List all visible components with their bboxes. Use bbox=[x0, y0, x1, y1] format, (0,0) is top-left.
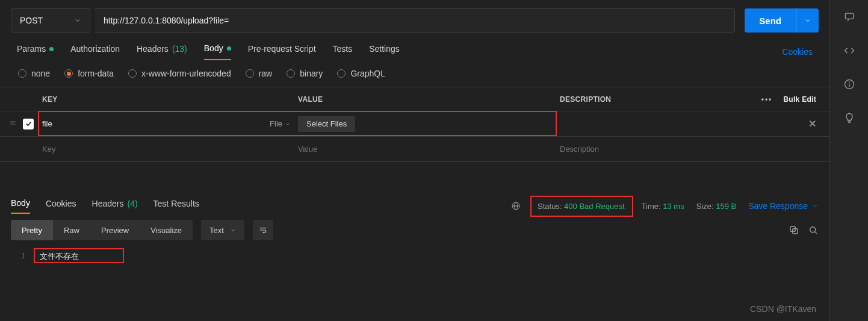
key-input-empty[interactable] bbox=[42, 145, 298, 154]
time-label: Time: bbox=[642, 202, 661, 211]
response-text: 文件不存在 bbox=[35, 251, 84, 261]
comments-icon[interactable] bbox=[843, 11, 855, 23]
chevron-down-icon bbox=[230, 227, 236, 233]
tab-tests[interactable]: Tests bbox=[333, 44, 353, 60]
tab-authorization[interactable]: Authorization bbox=[70, 44, 120, 60]
bodytype-raw[interactable]: raw bbox=[246, 69, 273, 78]
view-visualize[interactable]: Visualize bbox=[140, 220, 193, 240]
view-preview[interactable]: Preview bbox=[90, 220, 140, 240]
svg-rect-11 bbox=[845, 13, 853, 19]
chevron-down-icon bbox=[811, 202, 819, 210]
radio-icon bbox=[18, 69, 26, 78]
drag-handle-icon[interactable] bbox=[8, 119, 17, 129]
tab-body[interactable]: Body bbox=[204, 43, 231, 60]
bodytype-xwww[interactable]: x-www-form-urlencoded bbox=[128, 69, 231, 78]
view-pretty[interactable]: Pretty bbox=[11, 220, 53, 240]
bodytype-formdata[interactable]: form-data bbox=[64, 69, 114, 78]
desc-input-empty[interactable] bbox=[560, 145, 746, 154]
view-raw[interactable]: Raw bbox=[53, 220, 90, 240]
request-url-input[interactable] bbox=[95, 8, 735, 33]
svg-line-10 bbox=[815, 232, 817, 234]
status-dot-icon bbox=[227, 46, 231, 51]
bodytype-binary[interactable]: binary bbox=[287, 69, 323, 78]
size-value: 159 B bbox=[716, 202, 736, 211]
cookies-link[interactable]: Cookies bbox=[782, 47, 813, 57]
chevron-down-icon bbox=[74, 17, 81, 24]
chevron-down-icon bbox=[285, 121, 291, 127]
send-button[interactable]: Send bbox=[745, 8, 796, 33]
format-select[interactable]: Text bbox=[201, 220, 244, 240]
col-key: KEY bbox=[42, 95, 298, 104]
http-method-select[interactable]: POST bbox=[11, 8, 90, 33]
line-number: 1 bbox=[11, 251, 35, 262]
radio-icon bbox=[246, 69, 254, 78]
radio-icon bbox=[337, 69, 346, 78]
http-method-label: POST bbox=[20, 16, 43, 25]
svg-point-14 bbox=[849, 82, 849, 83]
code-icon[interactable] bbox=[843, 45, 855, 57]
search-icon[interactable] bbox=[808, 225, 819, 235]
bodytype-graphql[interactable]: GraphQL bbox=[337, 69, 385, 78]
delete-row-icon[interactable]: ✕ bbox=[808, 118, 816, 129]
tab-params[interactable]: Params bbox=[17, 44, 54, 60]
status-label: Status: bbox=[538, 202, 562, 211]
watermark: CSDN @ITKaven bbox=[750, 304, 816, 314]
save-response-button[interactable]: Save Response bbox=[748, 201, 819, 211]
col-description: DESCRIPTION bbox=[560, 95, 751, 104]
info-icon[interactable] bbox=[843, 78, 855, 90]
view-mode-segment: Pretty Raw Preview Visualize bbox=[11, 220, 193, 240]
tab-prerequest[interactable]: Pre-request Script bbox=[248, 44, 316, 60]
resp-tab-body[interactable]: Body bbox=[11, 198, 30, 214]
globe-icon[interactable] bbox=[511, 201, 521, 211]
svg-point-9 bbox=[810, 227, 816, 232]
radio-icon bbox=[287, 69, 295, 78]
value-input-empty[interactable] bbox=[298, 145, 560, 154]
send-dropdown[interactable] bbox=[796, 8, 819, 33]
tab-headers[interactable]: Headers (13) bbox=[137, 44, 187, 60]
lightbulb-icon[interactable] bbox=[843, 112, 855, 124]
col-value: VALUE bbox=[298, 95, 560, 104]
value-type-select[interactable]: File bbox=[270, 119, 291, 128]
row-checkbox[interactable] bbox=[23, 119, 34, 129]
time-value: 13 ms bbox=[663, 202, 684, 211]
bulk-edit-button[interactable]: Bulk Edit bbox=[783, 95, 816, 104]
resp-tab-tests[interactable]: Test Results bbox=[153, 199, 199, 213]
status-value: 400 Bad Request bbox=[564, 202, 624, 211]
resp-tab-headers[interactable]: Headers (4) bbox=[92, 199, 138, 213]
resp-tab-cookies[interactable]: Cookies bbox=[46, 199, 76, 213]
more-icon[interactable]: ••• bbox=[761, 95, 773, 104]
key-input[interactable] bbox=[42, 119, 270, 128]
radio-icon bbox=[128, 69, 137, 78]
copy-icon[interactable] bbox=[789, 225, 799, 235]
bodytype-none[interactable]: none bbox=[18, 69, 50, 78]
status-dot-icon bbox=[49, 47, 54, 51]
radio-icon bbox=[64, 69, 73, 78]
select-files-button[interactable]: Select Files bbox=[298, 116, 355, 132]
wrap-lines-button[interactable] bbox=[253, 220, 273, 240]
chevron-down-icon bbox=[804, 17, 811, 24]
size-label: Size: bbox=[696, 202, 714, 211]
tab-settings[interactable]: Settings bbox=[369, 44, 400, 60]
wrap-icon bbox=[258, 225, 268, 235]
